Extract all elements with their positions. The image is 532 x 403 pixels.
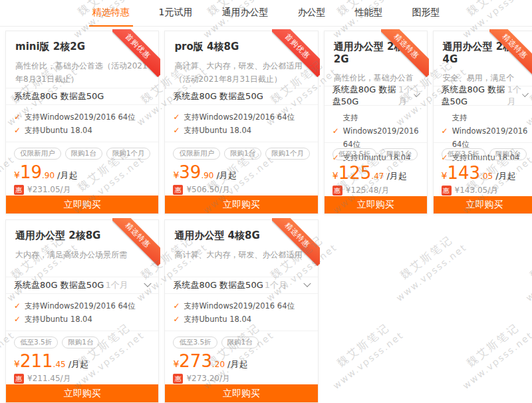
disk-config-select: 系统盘80G 数据盘50G bbox=[165, 88, 317, 106]
disk-config-label: 系统盘80G 数据盘50G bbox=[173, 90, 263, 102]
card-head: pro版 4核8G 高计算、大内存，研发、办公都适用（活动2021年8月31日截… bbox=[165, 31, 317, 88]
nav-tab-3[interactable]: 办公型 bbox=[294, 0, 329, 27]
category-nav: 精选特惠1元试用通用办公型办公型性能型图形型 bbox=[0, 0, 532, 27]
feature-list: ✓ 支持Windows2019/2016 64位 ✓ 支持Ubuntu 18.0… bbox=[6, 105, 158, 142]
limit-tag: 仅限新用户 bbox=[14, 148, 61, 160]
feature-item: ✓ 支持Ubuntu 18.04 bbox=[173, 124, 309, 137]
nav-tab-2[interactable]: 通用办公型 bbox=[218, 0, 271, 27]
feature-text: 支持Windows2019/2016 64位 bbox=[25, 299, 136, 313]
discount-icon: 惠 bbox=[173, 185, 183, 195]
card-title: 通用办公型 2核4G bbox=[443, 41, 527, 65]
price-unit: /月起 bbox=[386, 170, 406, 182]
feature-list: ✓ 支持Windows2019/2016 64位 ✓ 支持Ubuntu 18.0… bbox=[6, 294, 158, 331]
price: ¥273.20/月起 bbox=[173, 352, 309, 370]
card-desc: 大内存，满足高级办公场景所需 bbox=[15, 248, 149, 261]
feature-text: 支持Windows2019/2016 64位 bbox=[184, 299, 295, 313]
disk-config-select[interactable]: 系统盘80G 数据盘50G 1个月 bbox=[6, 277, 158, 295]
tag-list: 低至3.5折限购1台 bbox=[442, 148, 528, 160]
card-title: 通用办公型 4核8G bbox=[174, 229, 308, 242]
disk-config-label: 系统盘80G 数据盘50G bbox=[173, 279, 263, 291]
buy-button[interactable]: 立即购买 bbox=[6, 384, 158, 402]
price-decimal: .20 bbox=[212, 360, 225, 369]
limit-tag: 限购1个月 bbox=[265, 148, 310, 160]
tag-list: 低至3.5折限购1台 bbox=[173, 336, 309, 348]
feature-list: ✓ 支持Windows2019/2016 64位 ✓ 支持Ubuntu 18.0… bbox=[434, 106, 532, 143]
buy-button[interactable]: 立即购买 bbox=[434, 196, 532, 213]
feature-item: ✓ 支持Windows2019/2016 64位 bbox=[14, 110, 150, 124]
disk-config-select: 系统盘80G 数据盘50G bbox=[6, 88, 158, 106]
buy-button[interactable]: 立即购买 bbox=[165, 384, 317, 402]
discounted-monthly-price: 惠 ¥231.05/月 bbox=[14, 184, 150, 196]
limit-tag: 限购1台 bbox=[65, 148, 102, 160]
discounted-price-text: ¥231.05/月 bbox=[27, 184, 71, 196]
check-icon: ✓ bbox=[14, 110, 21, 124]
discounted-price-text: ¥143.05/月 bbox=[455, 185, 499, 196]
nav-tab-5[interactable]: 图形型 bbox=[408, 0, 443, 27]
limit-tag: 限购1台 bbox=[62, 336, 99, 348]
check-icon: ✓ bbox=[173, 110, 180, 124]
feature-item: ✓ 支持Windows2019/2016 64位 bbox=[173, 299, 309, 313]
check-icon: ✓ bbox=[14, 313, 21, 326]
currency-symbol: ¥ bbox=[14, 358, 20, 369]
card-head: 通用办公型 4核8G 高计算、大内存，研发、办公都适用 bbox=[165, 220, 317, 277]
discount-icon: 惠 bbox=[442, 186, 452, 196]
nav-tab-0[interactable]: 精选特惠 bbox=[89, 0, 133, 27]
duration-label: 1个月 bbox=[507, 84, 524, 108]
discount-icon: 惠 bbox=[332, 186, 342, 196]
limit-tag: 低至3.5折 bbox=[442, 148, 485, 160]
check-icon: ✓ bbox=[173, 299, 180, 313]
price-integer: 19 bbox=[20, 163, 42, 182]
buy-button[interactable]: 立即购买 bbox=[6, 196, 158, 213]
product-card: 首购优惠 mini版 2核2G 高性价比，基础办公首选（活动2021年8月31日… bbox=[5, 31, 159, 214]
limit-tag: 限购1台 bbox=[489, 148, 527, 160]
nav-tab-1[interactable]: 1元试用 bbox=[156, 0, 196, 27]
product-card: 首购优惠 pro版 4核8G 高计算、大内存，研发、办公都适用（活动2021年8… bbox=[164, 31, 318, 214]
disk-config-label: 系统盘80G 数据盘50G bbox=[14, 90, 104, 102]
disk-config-select[interactable]: 系统盘80G 数据盘50G 1个月 bbox=[325, 86, 427, 106]
card-desc: 高性价比，基础办公首选（活动2021年8月31日截止） bbox=[15, 59, 149, 86]
discounted-monthly-price: 惠 ¥211.45/月 bbox=[14, 373, 150, 384]
card-desc: 高计算、大内存，研发、办公都适用 bbox=[174, 248, 308, 261]
disk-config-select[interactable]: 系统盘80G 数据盘50G 1个月 bbox=[165, 277, 317, 295]
tag-list: 仅限新用户限购1台限购1个月 bbox=[14, 148, 150, 160]
price-decimal: .90 bbox=[201, 171, 213, 180]
card-bottom: 低至3.5折限购1台 ¥211.45/月起 惠 ¥211.45/月 bbox=[6, 331, 158, 384]
nav-tab-4[interactable]: 性能型 bbox=[351, 0, 386, 27]
product-card: 精选特惠 通用办公型 2核2G 高性价比，基础办公首选 系统盘80G 数据盘50… bbox=[324, 31, 428, 214]
limit-tag: 限购1个月 bbox=[106, 148, 151, 160]
card-title: mini版 2核2G bbox=[15, 41, 149, 53]
card-desc: 高计算、大内存，研发、办公都适用（活动2021年8月31日截止） bbox=[174, 59, 308, 86]
discount-icon: 惠 bbox=[14, 185, 24, 195]
check-icon: ✓ bbox=[442, 124, 448, 138]
feature-text: 支持Windows2019/2016 64位 bbox=[25, 110, 136, 124]
buy-button[interactable]: 立即购买 bbox=[325, 196, 427, 213]
limit-tag: 限购1台 bbox=[224, 148, 261, 160]
limit-tag: 低至3.5折 bbox=[173, 336, 217, 348]
price-decimal: .90 bbox=[42, 171, 55, 180]
feature-list: ✓ 支持Windows2019/2016 64位 ✓ 支持Ubuntu 18.0… bbox=[165, 105, 317, 142]
price-integer: 125 bbox=[338, 164, 372, 182]
feature-text: 支持Ubuntu 18.04 bbox=[184, 124, 251, 137]
price-unit: /月起 bbox=[216, 170, 236, 182]
check-icon: ✓ bbox=[332, 124, 339, 138]
currency-symbol: ¥ bbox=[173, 170, 179, 180]
card-bottom: 低至3.5折限购1台 ¥273.20/月起 惠 ¥273.20/月 bbox=[165, 331, 317, 384]
duration-label: 1个月 bbox=[105, 279, 128, 291]
limit-tag: 限购1台 bbox=[221, 336, 259, 348]
card-head: 通用办公型 2核2G 高性价比，基础办公首选 bbox=[325, 31, 427, 86]
card-bottom: 仅限新用户限购1台限购1个月 ¥19.90/月起 惠 ¥231.05/月 bbox=[6, 142, 158, 196]
product-card: 精选特惠 通用办公型 2核8G 大内存，满足高级办公场景所需 系统盘80G 数据… bbox=[5, 219, 159, 403]
limit-tag: 低至3.5折 bbox=[332, 148, 376, 160]
discounted-monthly-price: 惠 ¥273.20/月 bbox=[173, 373, 309, 384]
card-title: pro版 4核8G bbox=[174, 41, 308, 53]
price-unit: /月起 bbox=[495, 170, 515, 182]
check-icon: ✓ bbox=[173, 124, 180, 137]
disk-config-select[interactable]: 系统盘80G 数据盘50G 1个月 bbox=[434, 86, 532, 106]
card-grid: 首购优惠 mini版 2核2G 高性价比，基础办公首选（活动2021年8月31日… bbox=[0, 27, 532, 403]
price: ¥39.90/月起 bbox=[173, 163, 309, 182]
price-unit: /月起 bbox=[227, 358, 247, 370]
feature-text: 支持Windows2019/2016 64位 bbox=[184, 110, 295, 124]
buy-button[interactable]: 立即购买 bbox=[165, 196, 317, 213]
feature-text: 支持Ubuntu 18.04 bbox=[184, 313, 251, 326]
discount-icon: 惠 bbox=[173, 374, 183, 384]
